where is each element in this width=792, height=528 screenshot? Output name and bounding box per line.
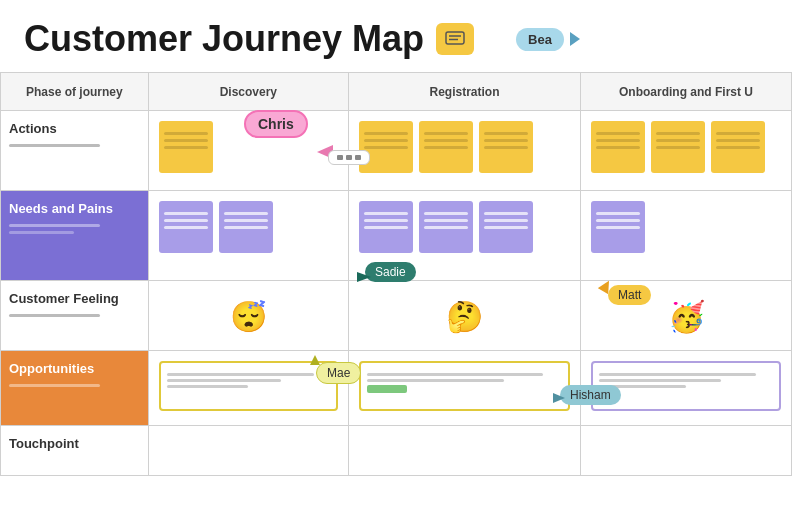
touchpoint-registration (349, 426, 581, 476)
svg-marker-5 (357, 272, 371, 282)
sticky-note-purple (359, 201, 413, 253)
phase-touchpoint: Touchpoint (1, 426, 149, 476)
svg-marker-3 (570, 32, 580, 46)
svg-marker-8 (553, 393, 565, 403)
col-header-onboarding: Onboarding and First U (581, 73, 792, 111)
col-header-phase: Phase of journey (1, 73, 149, 111)
touchpoint-discovery (148, 426, 348, 476)
sticky-note (419, 121, 473, 173)
chat-button[interactable] (436, 23, 474, 55)
table-header-row: Phase of journey Discovery Registration … (1, 73, 792, 111)
mae-label: Mae (316, 362, 361, 384)
actions-onboarding (581, 111, 792, 191)
emoji-thinking: 🤔 (357, 289, 572, 334)
svg-marker-7 (310, 355, 320, 365)
chris-label: Chris (244, 110, 308, 138)
emoji-sleepy: 😴 (157, 289, 340, 334)
bea-cursor-area: Bea (516, 28, 582, 51)
sticky-note (359, 121, 413, 173)
hisham-arrow (551, 390, 567, 408)
header: Customer Journey Map Bea (0, 0, 792, 72)
sticky-note (479, 121, 533, 173)
phase-actions: Actions (1, 111, 149, 191)
row-touchpoint: Touchpoint (1, 426, 792, 476)
page-container: Customer Journey Map Bea Phase of journe… (0, 0, 792, 528)
opp-registration (349, 351, 581, 426)
sticky-note-purple (479, 201, 533, 253)
feeling-registration: 🤔 (349, 281, 581, 351)
hisham-label: Hisham (560, 385, 621, 405)
sticky-note (591, 121, 645, 173)
phase-needs: Needs and Pains (1, 191, 149, 281)
row-actions: Actions (1, 111, 792, 191)
bea-label: Bea (516, 28, 564, 51)
phase-opportunities: Opportunities (1, 351, 149, 426)
row-opportunities: Opportunities (1, 351, 792, 426)
feeling-discovery: 😴 (148, 281, 348, 351)
bea-cursor-arrow (568, 30, 582, 48)
col-header-registration: Registration (349, 73, 581, 111)
phase-feeling: Customer Feeling (1, 281, 149, 351)
sticky-note-purple (219, 201, 273, 253)
sticky-note-purple (419, 201, 473, 253)
touchpoint-onboarding (581, 426, 792, 476)
col-header-discovery: Discovery (148, 73, 348, 111)
sticky-note-purple (159, 201, 213, 253)
needs-onboarding (581, 191, 792, 281)
opportunity-card-purple[interactable] (591, 361, 781, 411)
actions-registration (349, 111, 581, 191)
sticky-note-purple (591, 201, 645, 253)
sadie-arrow (355, 270, 373, 288)
sticky-note (711, 121, 765, 173)
page-title: Customer Journey Map (24, 18, 424, 60)
mae-arrow (308, 353, 322, 371)
opportunity-card[interactable] (359, 361, 570, 411)
chris-comment-bubble (328, 150, 370, 165)
svg-marker-6 (598, 278, 614, 294)
row-feeling: Customer Feeling 😴 🤔 🥳 (1, 281, 792, 351)
svg-rect-0 (446, 32, 464, 44)
matt-label: Matt (608, 285, 651, 305)
sticky-note (159, 121, 213, 173)
matt-arrow (598, 278, 614, 298)
sticky-note (651, 121, 705, 173)
needs-discovery (148, 191, 348, 281)
